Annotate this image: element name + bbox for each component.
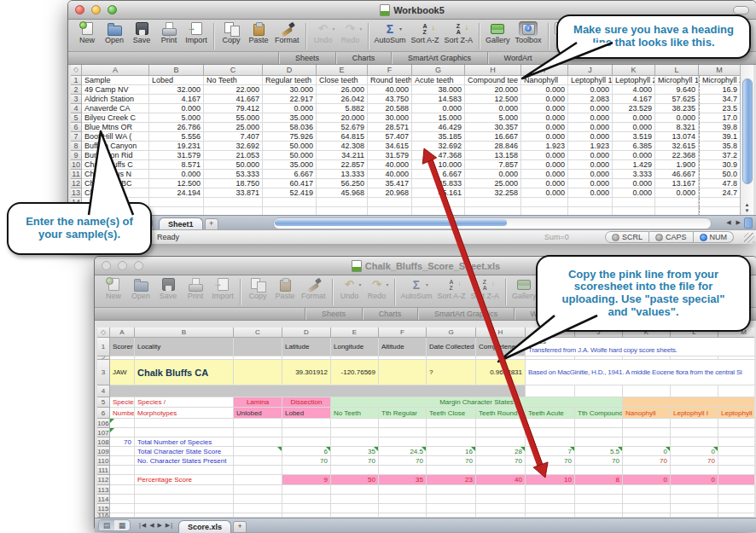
cell[interactable]: 5.5 xyxy=(575,447,623,456)
tab-charts[interactable]: Charts xyxy=(335,52,391,64)
cell[interactable] xyxy=(317,198,368,207)
open-button[interactable]: Open xyxy=(127,277,154,300)
new-button[interactable]: New xyxy=(73,21,101,44)
cell[interactable]: 40 xyxy=(476,475,526,485)
cell[interactable]: 53.333 xyxy=(204,170,263,179)
cell[interactable] xyxy=(575,495,623,504)
cell[interactable]: 0.000 xyxy=(412,104,465,113)
cell[interactable]: 0.000 xyxy=(149,104,204,113)
format-button[interactable]: Format xyxy=(299,277,329,300)
cell[interactable] xyxy=(465,207,521,215)
cell[interactable] xyxy=(575,437,623,447)
cell[interactable]: 1.923 xyxy=(521,142,568,151)
cell[interactable]: 57.625 xyxy=(655,95,699,104)
cell[interactable]: 16.9 xyxy=(699,85,741,95)
column-header[interactable]: A xyxy=(82,65,149,76)
column-header[interactable]: H xyxy=(465,65,521,76)
cell[interactable]: 28 xyxy=(476,447,526,456)
cell[interactable] xyxy=(623,466,671,475)
cell[interactable] xyxy=(476,495,526,504)
copy-button[interactable]: Copy xyxy=(244,277,271,300)
cell[interactable]: 0.000 xyxy=(521,170,568,179)
column-header[interactable]: C xyxy=(204,65,263,76)
cell[interactable]: 70 xyxy=(110,437,135,447)
cell[interactable]: 70 xyxy=(671,456,718,466)
row-header[interactable]: 3 xyxy=(97,360,110,385)
cell[interactable]: 3.519 xyxy=(613,132,655,142)
row-header[interactable]: 6 xyxy=(97,408,110,419)
cell[interactable]: 32.258 xyxy=(465,188,521,198)
cell[interactable]: Based on MacGinitie, H.D., 1941. A middl… xyxy=(526,360,754,385)
cell[interactable]: 28.571 xyxy=(368,123,412,132)
row-header[interactable]: 108 xyxy=(97,437,110,447)
cell[interactable]: 0.000 xyxy=(568,123,613,132)
cell[interactable] xyxy=(379,504,427,513)
cell[interactable]: Chiropagus N xyxy=(82,170,149,179)
cell[interactable]: Acute teeth xyxy=(412,76,465,85)
cell[interactable] xyxy=(110,485,135,495)
cell[interactable] xyxy=(135,504,234,513)
cell[interactable]: 1 xyxy=(718,475,754,485)
cell[interactable] xyxy=(110,504,135,513)
cell[interactable]: 2.083 xyxy=(568,95,613,104)
cell[interactable]: 30.000 xyxy=(263,85,317,95)
page-layout-view-icon[interactable]: ▦ xyxy=(114,520,130,530)
cell[interactable]: 0.000 xyxy=(568,160,613,170)
cell[interactable] xyxy=(575,428,623,437)
cell[interactable]: 19.231 xyxy=(149,142,204,151)
cell[interactable] xyxy=(204,198,263,207)
cell[interactable]: Number xyxy=(110,408,135,419)
sort-z-a-button[interactable]: Sort Z-A xyxy=(442,21,476,44)
cell[interactable]: Microphyll 1 xyxy=(655,76,699,85)
cell[interactable] xyxy=(412,207,465,215)
cell[interactable]: 22.857 xyxy=(317,160,368,170)
column-header[interactable]: C xyxy=(234,327,282,338)
cell[interactable]: 0.000 xyxy=(521,132,568,142)
row-header[interactable]: 9 xyxy=(71,151,82,160)
cell[interactable]: 25.000 xyxy=(204,123,263,132)
scrollbar-thumb[interactable] xyxy=(742,78,753,184)
cell[interactable]: Leptophyll 2 xyxy=(613,76,655,85)
cell[interactable]: 70 xyxy=(282,456,331,466)
column-header[interactable]: D xyxy=(282,327,331,338)
cell[interactable]: Lobed xyxy=(282,408,331,419)
cell[interactable]: 0.000 xyxy=(568,132,613,142)
cell[interactable]: 4.000 xyxy=(613,85,655,95)
row-header[interactable]: 10 xyxy=(71,160,82,170)
cell[interactable]: Altitude xyxy=(379,338,427,356)
row-header[interactable]: 8 xyxy=(71,142,82,151)
cell[interactable]: 34.211 xyxy=(317,151,368,160)
cell[interactable]: 39.1 xyxy=(699,132,741,142)
toolbar-toggle-lozenge[interactable] xyxy=(733,6,749,14)
cell[interactable]: 3.333 xyxy=(613,170,655,179)
cell[interactable]: 0.000 xyxy=(568,104,613,113)
row-header[interactable]: 1 xyxy=(71,76,82,85)
cell[interactable]: Leptophyll II xyxy=(718,408,754,419)
cell[interactable]: 0.000 xyxy=(568,188,613,198)
cell[interactable]: 1 xyxy=(718,447,754,456)
cell[interactable]: 38.000 xyxy=(412,85,465,95)
cell[interactable]: Anaverde CA xyxy=(82,104,149,113)
cell[interactable]: Round teeth xyxy=(368,76,412,85)
cell[interactable]: 5.556 xyxy=(149,132,204,142)
cell[interactable]: 6.385 xyxy=(613,142,655,151)
cell[interactable] xyxy=(110,475,135,485)
cell[interactable]: 35.000 xyxy=(263,113,317,123)
cell[interactable]: 20.000 xyxy=(317,113,368,123)
row-header[interactable]: 4 xyxy=(71,104,82,113)
cell[interactable] xyxy=(110,456,135,466)
cell[interactable]: 47.8 xyxy=(699,179,741,188)
cell[interactable]: 7.857 xyxy=(465,160,521,170)
cell[interactable]: 0.000 xyxy=(568,85,613,95)
cell[interactable]: Leptophyll 1 xyxy=(568,76,613,85)
cell[interactable] xyxy=(379,495,427,504)
cell[interactable] xyxy=(575,504,623,513)
cell[interactable]: 20.588 xyxy=(368,104,412,113)
cell[interactable] xyxy=(135,485,234,495)
cell[interactable] xyxy=(379,466,427,475)
cell[interactable] xyxy=(234,495,282,504)
column-header[interactable]: F xyxy=(379,327,427,338)
cell[interactable]: 45.968 xyxy=(317,188,368,198)
cell[interactable]: Species xyxy=(110,397,135,408)
cell[interactable]: 26.042 xyxy=(317,95,368,104)
